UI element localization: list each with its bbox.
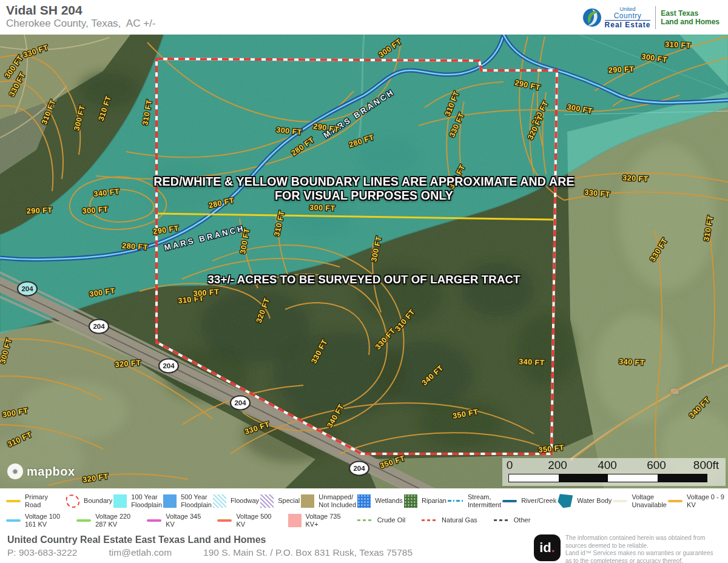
scale-tick-labels: 0200400600800ft [502, 459, 726, 472]
legend-label: Voltage 500 KV [236, 513, 271, 528]
land-id-logo-text: id [539, 540, 551, 556]
united-country-globe-icon [582, 7, 602, 28]
contour-label: 340 FT [519, 357, 545, 367]
legend-item: Unmapped/ Not Included [301, 493, 356, 508]
legend-item: Water Body [558, 494, 612, 508]
brand-real-estate: Real Estate [605, 20, 651, 29]
legend-swatch-line [147, 519, 161, 522]
legend-label: Wetlands [375, 497, 403, 505]
legend-label: 100 Year Floodplain [131, 493, 162, 508]
legend-swatch-dots [357, 494, 371, 508]
legend-label: Voltage 220 287 KV [95, 513, 130, 528]
scale-bar: 0200400600800ft [502, 458, 726, 486]
brand-divider [655, 6, 656, 29]
legend: Primary RoadBoundary100 Year Floodplain5… [0, 488, 728, 531]
legend-row-2: Voltage 100 161 KVVoltage 220 287 KVVolt… [0, 513, 728, 528]
legend-label: Voltage 735 KV+ [306, 513, 341, 528]
legend-label: Voltage Unavailable [632, 493, 666, 508]
mapbox-attribution[interactable]: ✹ mapbox [7, 464, 75, 479]
legend-item: 500 Year Floodplain [163, 493, 212, 508]
legend-label: Floodway [231, 497, 259, 505]
legend-swatch-line [613, 500, 627, 502]
svg-text:204: 204 [163, 362, 175, 369]
legend-label: Boundary [84, 497, 112, 505]
legend-item: Voltage 220 287 KV [76, 513, 130, 528]
legend-item: Riparian [404, 494, 447, 508]
legend-item: Special [260, 494, 300, 508]
footer-phone: P: 903-683-3222 [7, 547, 77, 558]
legend-swatch-dots [404, 494, 417, 508]
road-shield-204: 204 [89, 320, 109, 334]
legend-swatch-checker [260, 494, 274, 508]
page-subtitle: Cherokee County, Texas, AC +/- [6, 18, 155, 30]
united-country-logo: United Country Real Estate [582, 7, 651, 29]
legend-swatch-waterbody [558, 494, 573, 508]
scale-tick: 200 [548, 459, 567, 472]
footer-email: tim@etlah.com [109, 547, 172, 558]
legend-swatch-line [502, 500, 517, 502]
legend-label: Riparian [422, 497, 447, 505]
legend-swatch-line [668, 500, 682, 502]
legend-label: Stream, Intermittent [468, 493, 501, 508]
legend-label: Other [514, 516, 531, 524]
land-id-logo: id. [534, 534, 561, 561]
legend-swatch-boundary [66, 493, 81, 508]
legend-swatch-square [301, 494, 314, 508]
boundary-note-line2: FOR VISUAL PURPOSES ONLY [0, 189, 728, 203]
legend-swatch-dash [422, 519, 437, 521]
legend-swatch-line [217, 519, 232, 522]
contour-label: 300 FT [193, 288, 219, 298]
legend-item: Boundary [66, 494, 112, 508]
legend-item: Voltage 0 - 9 KV [668, 493, 724, 508]
brand-region-line2: Land and Homes [661, 18, 720, 26]
scale-segment [509, 474, 559, 482]
scale-segment [608, 474, 658, 482]
legend-swatch-line [6, 500, 21, 502]
legend-item: Voltage 735 KV+ [288, 513, 341, 528]
mapbox-icon: ✹ [7, 464, 23, 479]
legend-label: Special [278, 497, 300, 505]
scale-tick: 400 [598, 459, 617, 472]
brand-region-line1: East Texas [661, 9, 720, 18]
footer: United Country Real Estate East Texas La… [0, 531, 728, 563]
brand-logo: United Country Real Estate East Texas La… [582, 4, 720, 32]
acres-note: 33+/- ACRES TO BE SURVEYED OUT OF LARGER… [0, 273, 728, 286]
scale-segment [559, 474, 608, 482]
legend-item: Voltage 345 KV [147, 513, 201, 528]
svg-text:204: 204 [93, 323, 105, 330]
legend-item: River/Creek [502, 497, 556, 505]
legend-swatch-checker [213, 494, 226, 508]
legend-swatch-line [6, 519, 21, 522]
scale-tick: 0 [507, 459, 513, 472]
scale-tick: 600 [647, 459, 666, 472]
mapbox-wordmark: mapbox [27, 465, 75, 479]
legend-swatch-square [288, 514, 302, 527]
legend-item: Voltage 500 KV [217, 513, 271, 528]
legend-label: Natural Gas [442, 516, 477, 524]
legend-row-1: Primary RoadBoundary100 Year Floodplain5… [0, 493, 728, 508]
contour-label: 320 FT [115, 359, 141, 369]
boundary-note-line1: RED/WHITE & YELLOW BOUNDARY LINES ARE AP… [0, 175, 728, 189]
legend-item: Natural Gas [422, 516, 477, 524]
contour-label: 290 FT [27, 206, 53, 215]
legend-item: Primary Road [6, 493, 65, 508]
legend-label: Crude Oil [377, 516, 405, 524]
legend-item: Floodway [213, 494, 259, 508]
legend-label: Unmapped/ Not Included [318, 493, 356, 508]
legend-swatch-square [113, 494, 127, 508]
land-id-logo-dot: . [551, 540, 555, 556]
legend-swatch-dash [357, 519, 373, 521]
scale-segment [658, 474, 707, 482]
legend-item: Stream, Intermittent [448, 493, 501, 508]
legend-label: 500 Year Floodplain [181, 493, 212, 508]
legend-item: Voltage 100 161 KV [6, 513, 60, 528]
svg-text:204: 204 [234, 399, 246, 406]
map-base-svg: MARS BRANCHMARS BRANCH 300 FT330 FT330 F… [0, 35, 728, 488]
scale-tick: 800ft [693, 459, 719, 472]
contour-label: 300 FT [82, 205, 108, 215]
header: Vidal SH 204 Cherokee County, Texas, AC … [0, 0, 728, 35]
legend-swatch-dash [494, 519, 510, 521]
contour-label: 280 FT [122, 241, 148, 252]
legend-item: Crude Oil [357, 516, 405, 524]
legend-swatch-dashdot [448, 500, 463, 502]
